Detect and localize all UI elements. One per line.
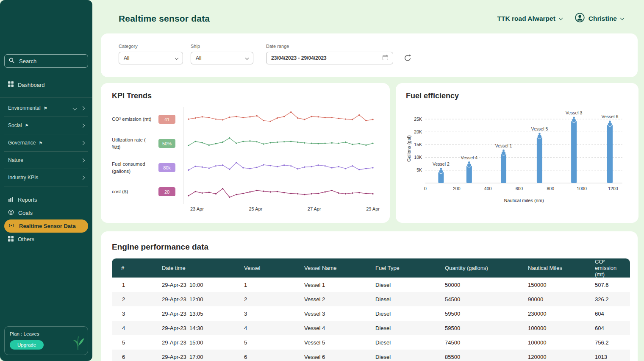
data-point [317,116,319,117]
data-point [249,191,250,192]
table-cell: Vessel 3 [301,306,372,321]
data-point [325,142,326,144]
sidebar-item-environmental[interactable]: Environmental ⚑ [4,100,88,117]
table-cell: 5 [112,335,158,350]
sidebar-item-label: Others [18,236,34,242]
sidebar-item-goals[interactable]: Goals [4,206,88,219]
bar [466,166,472,183]
fuel-efficiency-card: Fuel efficiency 5K10K15K20K25K0200400600… [396,83,638,223]
data-point [215,118,217,119]
sidebar-item-others[interactable]: Others [4,233,88,246]
chevron-right-icon[interactable] [81,141,85,145]
table-cell: 100000 [525,335,591,350]
data-point [338,117,339,119]
data-point [215,193,217,194]
chevron-down-icon [175,56,178,60]
kpi-sparkline [183,180,375,204]
date-range-value: 23/04/2023 - 29/04/2023 [271,55,327,61]
category-label: Category [119,44,183,49]
table-cell: 120000 [525,350,591,361]
engine-performance-table: #Date timeVesselVessel NameFuel TypeQuan… [112,258,630,361]
ship-select[interactable]: All [191,52,253,64]
search-box[interactable] [4,54,88,68]
data-point [222,119,223,120]
data-point [256,115,257,116]
data-point [297,168,298,169]
kpi-row: CO² emission (mt) 41 [112,107,379,131]
data-point [263,119,264,121]
refresh-button[interactable] [402,53,413,64]
page-header: Realtime sensor data TTK road Alwarpet C… [92,0,644,24]
table-cell: 4 [112,321,158,335]
data-point [256,167,257,168]
sidebar-item-label: Reports [18,197,37,203]
page-title: Realtime sensor data [119,14,210,24]
table-cell: 29-Apr-23 17:00 [158,350,241,361]
data-point [283,192,285,193]
bar [571,121,577,183]
table-cell: 6 [112,350,158,361]
svg-text:400: 400 [484,186,492,191]
x-tick: 29 Apr [366,206,380,211]
column-header: Quantity (gallons) [441,258,525,278]
table-cell: 4 [241,321,301,335]
data-point [263,143,264,144]
location-dropdown[interactable]: TTK road Alwarpet [497,15,562,22]
chevron-right-icon[interactable] [81,175,85,180]
data-point [277,166,278,167]
sidebar-item-nature[interactable]: Nature [4,152,88,169]
sidebar-item-reports[interactable]: Reports [4,193,88,206]
column-header: Date time [158,258,241,278]
data-point [236,142,237,144]
data-point [338,192,339,193]
column-header: CO² emission (mt) [591,258,630,278]
table-cell: Vessel 6 [301,350,372,361]
calendar-icon [383,55,388,61]
sidebar-item-governance[interactable]: Governance ⚑ [4,134,88,152]
ship-label: Ship [191,44,253,49]
chevron-down-icon[interactable] [73,106,77,110]
svg-text:Vessel 1: Vessel 1 [495,143,512,148]
sidebar-item-dashboard[interactable]: Dashboard [4,78,88,92]
table-cell: 74500 [441,335,525,350]
svg-text:5K: 5K [416,167,422,172]
data-point [345,193,346,194]
category-select[interactable]: All [119,52,183,64]
table-cell: 29-Apr-23 13:05 [158,306,241,321]
chevron-down-icon [620,16,625,20]
svg-text:Vessel 4: Vessel 4 [461,155,477,160]
data-point [365,168,366,169]
sidebar-item-industry-kpis[interactable]: Industry KPIs [4,169,88,186]
data-point [311,116,312,117]
svg-text:Vessel 3: Vessel 3 [566,110,583,115]
data-point [202,142,203,143]
svg-text:Vessel 2: Vessel 2 [433,161,450,167]
sidebar-item-realtime-sensor-data[interactable]: Realtime Sensor Data [4,219,88,233]
table-cell: 756.2 [591,335,630,350]
sidebar-item-label: Nature [8,157,23,163]
flag-icon: ⚑ [44,106,47,111]
data-point [297,193,298,194]
kpi-trends-card: KPI Trends CO² emission (mt) 41 Utilizat… [101,83,390,223]
user-menu[interactable]: Christine [575,13,624,24]
date-range-input[interactable]: 23/04/2023 - 29/04/2023 [266,52,393,64]
data-point [222,141,223,142]
svg-text:15K: 15K [414,142,422,147]
sidebar-item-social[interactable]: Social ⚑ [4,117,88,134]
sidebar-item-label: Industry KPIs [8,175,38,180]
table-cell: 6 [241,350,301,361]
upgrade-button[interactable]: Upgrade [10,340,44,350]
kpi-trends-title: KPI Trends [112,92,379,100]
search-input[interactable] [18,58,83,65]
data-point [277,117,278,118]
ship-value: All [196,55,201,61]
table-title: Engine performance data [112,242,630,252]
sidebar-item-label: Governance [8,140,36,146]
chevron-right-icon[interactable] [81,123,85,128]
chevron-right-icon[interactable] [81,106,85,110]
kpi-sparkline [183,107,375,131]
data-point [365,119,366,121]
svg-text:800: 800 [547,186,554,191]
bar [537,137,542,183]
chevron-right-icon[interactable] [81,158,85,162]
